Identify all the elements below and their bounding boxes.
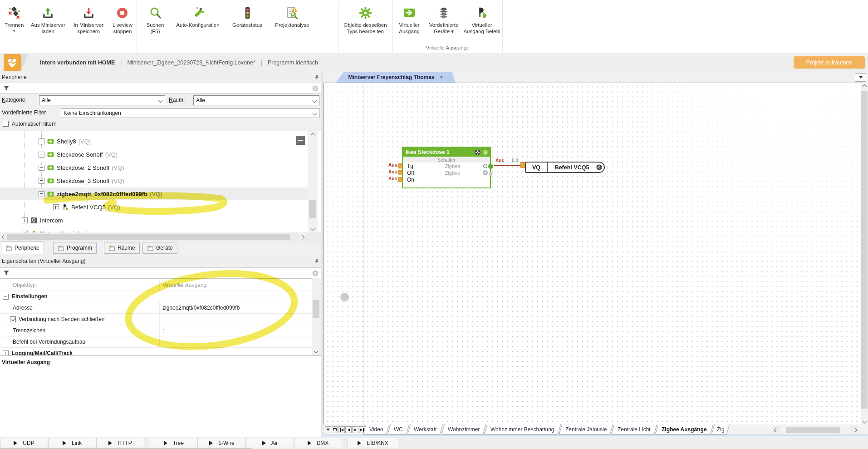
- function-block-ikea-steckdose[interactable]: Ikea Steckdose 1 Schalter Tg Zigbee Off …: [402, 147, 491, 188]
- scroll-right-button[interactable]: [299, 233, 306, 241]
- sheet-menu-button[interactable]: [325, 426, 331, 433]
- canvas-scrollbar-vertical[interactable]: [861, 83, 868, 424]
- connection-close-checkbox[interactable]: [10, 316, 16, 322]
- liveview-stop-button[interactable]: Liveviewstoppen: [108, 3, 137, 35]
- property-row-trennzeichen[interactable]: Trennzeichen ;: [0, 325, 312, 336]
- collapse-icon[interactable]: [39, 191, 44, 197]
- auto-config-button[interactable]: Auto-Konfiguration: [170, 3, 226, 28]
- tab-programm[interactable]: Programm: [53, 242, 97, 254]
- collapse-icon[interactable]: [3, 294, 9, 300]
- expand-icon[interactable]: [53, 204, 59, 210]
- expand-icon[interactable]: [22, 217, 28, 223]
- output-ring-icon[interactable]: [483, 164, 487, 168]
- tab-list-dropdown-button[interactable]: [855, 73, 866, 82]
- predefined-filter-select[interactable]: Keine Einschränkungen: [61, 108, 319, 118]
- disconnect-button[interactable]: Trennen▾: [1, 3, 27, 35]
- monitor-tab-link[interactable]: Link: [48, 438, 96, 448]
- monitor-tab-1wire[interactable]: 1-Wire: [198, 438, 246, 448]
- property-row-befehl-verbindungsaufbau[interactable]: Befehl bei Verbindungsaufbau: [0, 336, 312, 348]
- document-tab-miniserver[interactable]: Miniserver Freyenschlag Thomas ×: [336, 72, 456, 83]
- sheet-tab-wohnzimmer-beschattung[interactable]: Wohnzimmer Beschattung: [484, 424, 561, 434]
- virtual-output-command-button[interactable]: VirtuellerAusgang Befehl: [462, 3, 502, 35]
- tree-scrollbar-horizontal[interactable]: [0, 232, 321, 242]
- load-from-miniserver-button[interactable]: Aus Miniserverladen: [27, 3, 69, 35]
- sheet-scroll-left[interactable]: [772, 426, 780, 434]
- monitor-tab-dmx[interactable]: DMX: [294, 438, 342, 448]
- properties-scrollbar[interactable]: [312, 278, 320, 355]
- scroll-down-button[interactable]: [309, 225, 316, 232]
- block-info-icon[interactable]: [482, 149, 488, 155]
- tree-item-shelly8[interactable]: Shelly8(VQ): [0, 135, 308, 148]
- vq-input-connector[interactable]: [520, 162, 525, 168]
- tab-raeume[interactable]: Räume: [104, 242, 140, 254]
- save-to-miniserver-button[interactable]: In Miniserverspeichern: [69, 3, 108, 35]
- project-analysis-button[interactable]: Projektanalyse: [269, 3, 316, 28]
- sheet-tab-clipped[interactable]: Zig: [711, 424, 729, 434]
- collapse-all-button[interactable]: [296, 136, 305, 145]
- search-button[interactable]: Suchen(F5): [141, 3, 170, 35]
- property-row-verbindung[interactable]: Verbindung nach Senden schließen: [0, 314, 312, 325]
- tab-peripherie[interactable]: Peripherie: [1, 242, 44, 254]
- input-connector[interactable]: [398, 177, 402, 182]
- pin-icon[interactable]: [314, 258, 319, 264]
- monitor-tab-udp[interactable]: UDP: [0, 438, 48, 448]
- monitor-tab-eibknx[interactable]: EIB/KNX: [348, 438, 398, 448]
- sheet-tab-zigbee-ausgaenge[interactable]: Zigbee Ausgänge: [655, 424, 713, 434]
- property-section-logging[interactable]: Logging/Mail/Call/Track: [0, 348, 312, 356]
- sheet-tab-wc[interactable]: WC: [387, 424, 409, 434]
- sheet-tab-video[interactable]: Video: [363, 424, 390, 434]
- sheet-window-button[interactable]: [332, 426, 338, 433]
- scrollbar-thumb[interactable]: [7, 234, 290, 240]
- periphery-filter-input[interactable]: [0, 83, 321, 94]
- sheet-next-button[interactable]: [352, 426, 358, 433]
- monitor-tab-air[interactable]: Air: [246, 438, 294, 448]
- sheet-tab-zentrale-jalousie[interactable]: Zentrale Jalousie: [559, 424, 613, 434]
- scroll-down-button[interactable]: [312, 347, 319, 355]
- predefined-devices-button[interactable]: VordefinierteGeräte ▾: [426, 3, 462, 35]
- sheet-scrollbar-thumb[interactable]: [786, 427, 840, 433]
- program-canvas[interactable]: Ikea Steckdose 1 Schalter Tg Zigbee Off …: [324, 83, 861, 424]
- property-section-einstellungen[interactable]: Einstellungen: [0, 291, 312, 302]
- add-output-icon[interactable]: [483, 170, 488, 175]
- category-select[interactable]: Alle: [39, 95, 165, 105]
- property-row-adresse[interactable]: Adresse zigbee2mqtt/0xf082c0fffed099fb: [0, 302, 312, 314]
- device-status-button[interactable]: Gerätestatus: [226, 3, 269, 28]
- clear-filter-icon[interactable]: [312, 270, 319, 276]
- scrollbar-thumb[interactable]: [313, 300, 319, 318]
- scroll-up-button[interactable]: [309, 131, 316, 138]
- monitor-tab-tree[interactable]: Tree: [150, 438, 198, 448]
- sheet-first-button[interactable]: [338, 426, 345, 433]
- tree-item-zigbee2mqtt[interactable]: zigbee2mqtt_0xf082c0fffed099fb (VQ): [0, 187, 308, 200]
- block-settings-icon[interactable]: [475, 149, 481, 155]
- close-icon[interactable]: ×: [440, 74, 443, 80]
- output-connector[interactable]: [488, 164, 493, 169]
- monitor-tab-http[interactable]: HTTP: [96, 438, 144, 448]
- properties-filter-input[interactable]: [0, 267, 321, 278]
- connection-wire[interactable]: [494, 165, 521, 166]
- tree-item-intercom[interactable]: Intercom: [0, 214, 308, 227]
- clear-filter-icon[interactable]: [312, 85, 319, 92]
- input-connector[interactable]: [398, 170, 402, 175]
- expand-icon[interactable]: [39, 178, 44, 184]
- tree-item-steckdose3-sonoff[interactable]: Steckdose_3 Sonoff(VQ): [0, 174, 308, 187]
- tree-item-befehl-vcq5[interactable]: Befehl VCQ5(VQ): [0, 201, 308, 213]
- expand-icon[interactable]: [39, 138, 44, 144]
- autofilter-checkbox[interactable]: [3, 121, 9, 127]
- scroll-left-button[interactable]: [0, 233, 7, 241]
- sheet-tab-werkstatt[interactable]: Werkstatt: [407, 424, 443, 434]
- edit-same-type-button[interactable]: Objekte desselbenTyps bearbeiten: [338, 3, 392, 35]
- vq-command-block[interactable]: VQ Befehl VCQ5: [525, 162, 605, 173]
- scroll-up-button[interactable]: [861, 83, 868, 90]
- tree-scrollbar-vertical[interactable]: [308, 131, 318, 233]
- sheet-tab-zentrale-licht[interactable]: Zentrale Licht: [611, 424, 657, 434]
- room-select[interactable]: Alle: [193, 95, 319, 105]
- scroll-down-button[interactable]: [861, 417, 868, 424]
- scrollbar-thumb[interactable]: [861, 91, 868, 409]
- sheet-tab-wohnzimmer[interactable]: Wohnzimmer: [441, 424, 486, 434]
- sheet-scroll-right[interactable]: [851, 426, 858, 434]
- vq-settings-icon[interactable]: [596, 164, 602, 170]
- expand-icon[interactable]: [39, 165, 44, 171]
- output-connector-inactive[interactable]: [489, 172, 493, 176]
- tree-item-steckdose2-sonoff[interactable]: Steckdose_2 Sonoff(VQ): [0, 161, 308, 174]
- tree-item-steckdose-sonoff[interactable]: Steckdose Sonoff(VQ): [0, 148, 308, 161]
